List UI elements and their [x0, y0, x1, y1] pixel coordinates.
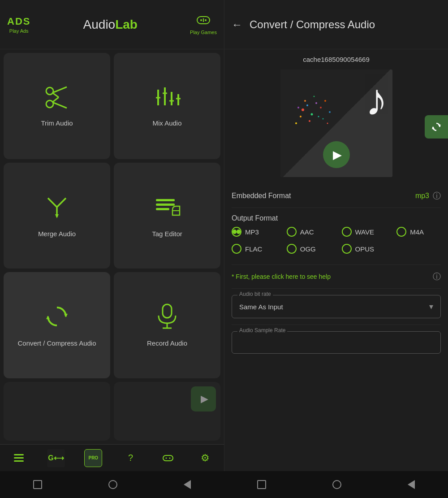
embedded-format-mp3: mp3	[415, 192, 429, 200]
convert-audio-label: Convert / Compress Audio	[17, 339, 96, 347]
scissors-icon	[43, 85, 70, 114]
svg-point-6	[46, 87, 53, 95]
settings-icon[interactable]: ⚙	[196, 449, 214, 467]
menu-icon[interactable]	[10, 449, 28, 467]
ogg-radio[interactable]	[287, 244, 297, 254]
equalizer-icon	[154, 85, 181, 114]
help-icon[interactable]: ?	[122, 449, 140, 467]
sys-back-left[interactable]	[184, 480, 191, 489]
aac-label: AAC	[300, 228, 314, 236]
svg-point-46	[320, 107, 322, 108]
play-icon: ▶	[201, 393, 208, 405]
help-info-icon[interactable]: ⓘ	[433, 271, 441, 282]
album-art-container: ♪ ▶	[224, 69, 448, 184]
embedded-format-info-icon[interactable]: ⓘ	[433, 191, 441, 201]
format-ogg-option[interactable]: OGG	[287, 244, 331, 254]
system-nav	[0, 471, 448, 498]
mix-audio-card[interactable]: Mix Audio	[114, 53, 220, 159]
embedded-format-label: Embedded Format	[232, 192, 291, 200]
svg-line-10	[52, 97, 59, 102]
sys-circle-right[interactable]	[332, 480, 341, 489]
format-wave-option[interactable]: WAVE	[342, 227, 386, 237]
merge-audio-card[interactable]: Merge Audio	[4, 163, 110, 269]
album-art: ♪ ▶	[280, 69, 392, 177]
svg-marker-54	[438, 125, 441, 127]
bottom-nav: G⟷ PRO ? ⚙	[0, 444, 224, 471]
convert-audio-card[interactable]: Convert / Compress Audio	[4, 272, 110, 378]
aac-radio[interactable]	[287, 227, 297, 237]
convert-icon	[43, 303, 70, 334]
back-button[interactable]: ←	[232, 18, 242, 31]
extra-card-1[interactable]	[4, 382, 110, 441]
ads-section[interactable]: ADS Play Ads	[7, 16, 30, 34]
format-mp3-option[interactable]: MP3	[232, 227, 276, 237]
output-format-section: Output Format MP3	[232, 208, 441, 265]
record-audio-card[interactable]: Record Audio	[114, 272, 220, 378]
left-panel: ADS Play Ads AudioLab	[0, 0, 224, 471]
embedded-format-value: mp3 ⓘ	[415, 191, 441, 201]
mp3-radio[interactable]	[232, 227, 241, 237]
svg-rect-3	[203, 18, 204, 22]
svg-point-1	[200, 19, 202, 21]
svg-point-38	[302, 108, 304, 111]
right-header: ← Convert / Compress Audio	[224, 0, 448, 49]
format-section: Embedded Format mp3 ⓘ Output Format	[224, 184, 448, 360]
svg-line-19	[48, 198, 57, 207]
bitrate-dropdown[interactable]: Audio bit rate Same As Input ▾	[232, 295, 441, 318]
games-nav-icon[interactable]	[159, 449, 177, 467]
gamepad-icon	[196, 14, 211, 29]
svg-point-2	[205, 19, 207, 21]
svg-line-20	[57, 198, 66, 207]
translate-icon[interactable]: G⟷	[47, 449, 65, 467]
help-text-row[interactable]: * First, please click here to see help ⓘ	[232, 265, 441, 289]
microphone-icon	[156, 303, 178, 334]
format-aac-option[interactable]: AAC	[287, 227, 331, 237]
tag-editor-card[interactable]: Tag Editor	[114, 163, 220, 269]
games-section[interactable]: Play Games	[190, 14, 217, 35]
format-opus-option[interactable]: OPUS	[342, 244, 386, 254]
tag-editor-label: Tag Editor	[152, 230, 182, 238]
sys-circle-left[interactable]	[108, 480, 117, 489]
svg-line-9	[52, 93, 59, 97]
svg-point-43	[309, 120, 310, 122]
svg-marker-22	[55, 214, 59, 218]
sys-square-left[interactable]	[33, 480, 42, 489]
svg-point-52	[327, 123, 328, 124]
bitrate-dropdown-group: Audio bit rate Same As Input ▾	[232, 289, 441, 325]
format-flac-option[interactable]: FLAC	[232, 244, 276, 254]
flac-radio[interactable]	[232, 244, 241, 254]
svg-rect-34	[14, 460, 24, 462]
svg-point-37	[169, 457, 170, 459]
svg-point-53	[295, 122, 297, 124]
sample-rate-field[interactable]: Audio Sample Rate	[232, 331, 441, 354]
svg-point-47	[313, 96, 314, 97]
format-m4a-option[interactable]: M4A	[396, 227, 441, 237]
pro-badge[interactable]: PRO	[84, 449, 102, 467]
wave-label: WAVE	[355, 228, 375, 236]
m4a-label: M4A	[410, 228, 424, 236]
mp3-label: MP3	[245, 228, 259, 236]
svg-rect-33	[14, 457, 24, 459]
m4a-radio[interactable]	[396, 227, 406, 237]
right-content: cache1685090054669	[224, 49, 448, 471]
trim-audio-label: Trim Audio	[41, 119, 73, 127]
trim-audio-card[interactable]: Trim Audio	[4, 53, 110, 159]
svg-point-36	[165, 457, 167, 459]
svg-line-7	[52, 87, 67, 93]
sys-back-right[interactable]	[408, 480, 415, 489]
opus-radio[interactable]	[342, 244, 352, 254]
svg-rect-29	[163, 304, 172, 318]
opus-label: OPUS	[355, 245, 375, 253]
sys-square-right[interactable]	[257, 480, 266, 489]
flac-label: FLAC	[245, 245, 262, 253]
music-note-icon: ♪	[366, 74, 388, 126]
wave-radio[interactable]	[342, 227, 352, 237]
play-button[interactable]: ▶	[323, 141, 350, 168]
extra-card-2[interactable]: ▶	[114, 382, 220, 441]
floating-play-button[interactable]: ▶	[191, 386, 216, 411]
embedded-format-row: Embedded Format mp3 ⓘ	[232, 184, 441, 208]
play-ads-label: Play Ads	[9, 28, 29, 34]
svg-point-45	[304, 100, 306, 102]
refresh-button[interactable]	[425, 115, 448, 139]
features-grid: Trim Audio	[0, 49, 224, 444]
